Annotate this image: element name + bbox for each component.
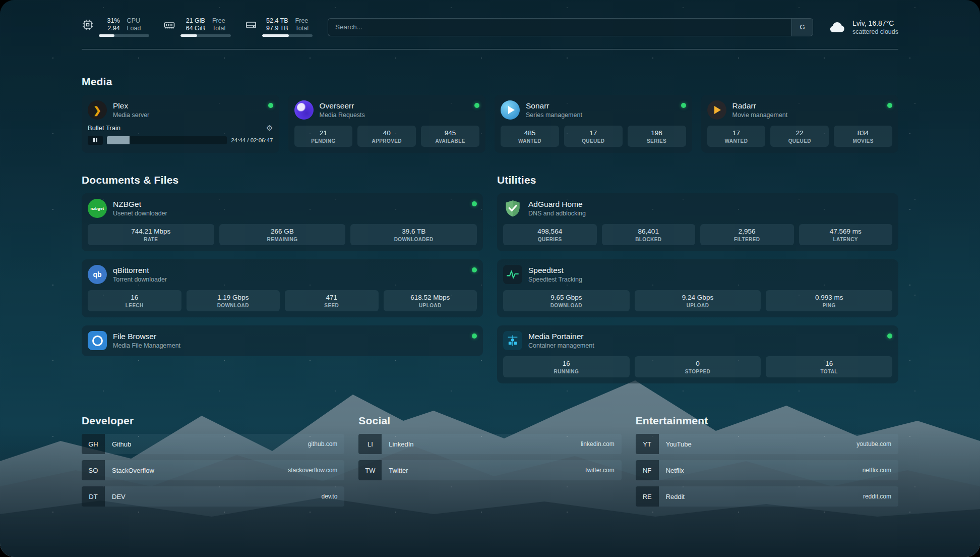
cpu-load-label: Load bbox=[127, 25, 149, 32]
section-documents: Documents & Files nzbget NZBGet Usenet d… bbox=[82, 174, 483, 383]
status-dot bbox=[474, 103, 479, 108]
cpu-widget: 31% CPU 2.94 Load bbox=[82, 17, 149, 37]
service-subtitle: Media server bbox=[113, 112, 149, 119]
bookmark-name: Github bbox=[105, 434, 131, 454]
pause-button[interactable] bbox=[88, 136, 103, 145]
section-title-media: Media bbox=[82, 76, 898, 88]
stat-remaining: 266 GB REMAINING bbox=[219, 224, 346, 245]
disk-total-value: 97.9 TB bbox=[262, 25, 288, 32]
bookmark-reddit[interactable]: RE Reddit reddit.com bbox=[636, 486, 898, 507]
bookmark-domain: github.com bbox=[308, 434, 345, 454]
playback-progress-bar[interactable] bbox=[107, 136, 227, 144]
radarr-icon bbox=[707, 100, 726, 120]
bookmark-group-social: Social LI LinkedIn linkedin.com TW Twitt… bbox=[358, 415, 621, 507]
service-subtitle: Usenet downloader bbox=[113, 210, 167, 217]
status-dot bbox=[472, 333, 477, 339]
service-name: qBittorrent bbox=[113, 266, 167, 275]
disk-icon bbox=[245, 19, 257, 31]
memory-total-value: 64 GiB bbox=[180, 25, 205, 32]
memory-free-label: Free bbox=[212, 17, 231, 24]
search-provider-button[interactable]: G bbox=[791, 19, 813, 36]
service-subtitle: Media Requests bbox=[320, 112, 365, 119]
topbar-divider bbox=[82, 49, 898, 49]
stat-upload: 9.24 Gbps UPLOAD bbox=[635, 290, 761, 311]
stat-movies: 834 MOVIES bbox=[834, 126, 892, 147]
bookmark-name: DEV bbox=[105, 486, 126, 507]
bookmark-github[interactable]: GH Github github.com bbox=[82, 434, 344, 454]
bookmark-group-entertainment: Entertainment YT YouTube youtube.com NF … bbox=[636, 415, 898, 507]
bookmark-netflix[interactable]: NF Netflix netflix.com bbox=[636, 460, 898, 480]
service-name: NZBGet bbox=[113, 200, 167, 209]
resource-widgets: 31% CPU 2.94 Load bbox=[82, 17, 313, 37]
bookmark-domain: stackoverflow.com bbox=[288, 460, 344, 480]
playback-time: 24:44 / 02:06:47 bbox=[231, 137, 273, 143]
service-subtitle: Container management bbox=[528, 342, 594, 349]
bookmark-name: Netflix bbox=[659, 460, 684, 480]
stat-stopped: 0 STOPPED bbox=[635, 356, 761, 377]
sonarr-icon bbox=[501, 100, 520, 120]
cpu-progress-bar bbox=[99, 34, 149, 37]
bookmark-domain: twitter.com bbox=[585, 460, 621, 480]
status-dot bbox=[887, 103, 892, 108]
bookmark-stackoverflow[interactable]: SO StackOverflow stackoverflow.com bbox=[82, 460, 344, 480]
stat-queued: 17 QUEUED bbox=[564, 126, 623, 147]
stat-download: 1.19 Gbps DOWNLOAD bbox=[187, 290, 280, 311]
service-card-adguard[interactable]: AdGuard Home DNS and adblocking 498,564 … bbox=[497, 193, 898, 251]
stat-available: 945 AVAILABLE bbox=[421, 126, 479, 147]
service-card-sonarr[interactable]: Sonarr Series management 485 WANTED 17 Q… bbox=[495, 95, 692, 153]
service-card-portainer[interactable]: Media Portainer Container management 16 … bbox=[497, 325, 898, 383]
bookmark-abbr: TW bbox=[358, 460, 382, 480]
section-title-documents: Documents & Files bbox=[82, 174, 483, 186]
section-title-developer: Developer bbox=[82, 415, 344, 427]
service-name: Radarr bbox=[732, 101, 788, 110]
overseerr-icon bbox=[294, 100, 314, 120]
service-subtitle: Media File Management bbox=[113, 342, 180, 349]
weather-widget: Lviv, 16.87°C scattered clouds bbox=[828, 18, 898, 36]
cpu-usage-label: CPU bbox=[127, 17, 149, 24]
disk-widget: 52.4 TB Free 97.9 TB Total bbox=[245, 17, 313, 37]
service-card-plex[interactable]: Plex Media server Bullet Train ⚙ 24:44 /… bbox=[82, 95, 279, 153]
search-bar: G bbox=[328, 18, 813, 36]
service-name: AdGuard Home bbox=[528, 200, 586, 209]
service-card-radarr[interactable]: Radarr Movie management 17 WANTED 22 QUE… bbox=[701, 95, 899, 153]
bookmark-linkedin[interactable]: LI LinkedIn linkedin.com bbox=[358, 434, 621, 454]
service-name: Overseerr bbox=[320, 101, 365, 110]
service-card-filebrowser[interactable]: File Browser Media File Management bbox=[82, 325, 483, 356]
search-input[interactable] bbox=[328, 19, 791, 36]
stat-ping: 0.993 ms PING bbox=[766, 290, 892, 311]
filebrowser-icon bbox=[88, 331, 107, 350]
disk-progress-bar bbox=[262, 34, 313, 37]
service-card-overseerr[interactable]: Overseerr Media Requests 21 PENDING 40 A… bbox=[288, 95, 486, 153]
disk-free-value: 52.4 TB bbox=[262, 17, 288, 24]
section-title-social: Social bbox=[358, 415, 621, 427]
stat-leech: 16 LEECH bbox=[88, 290, 181, 311]
portainer-icon bbox=[503, 331, 522, 350]
bookmark-dev[interactable]: DT DEV dev.to bbox=[82, 486, 344, 507]
cpu-icon bbox=[82, 19, 94, 31]
service-name: Speedtest bbox=[528, 266, 582, 275]
disk-free-label: Free bbox=[295, 17, 313, 24]
bookmark-domain: netflix.com bbox=[863, 460, 898, 480]
bookmark-name: YouTube bbox=[659, 434, 692, 454]
stat-latency: 47.569 ms LATENCY bbox=[799, 224, 893, 245]
stat-series: 196 SERIES bbox=[628, 126, 686, 147]
service-card-qbittorrent[interactable]: qb qBittorrent Torrent downloader 16 LEE… bbox=[82, 259, 483, 317]
memory-free-value: 21 GiB bbox=[180, 17, 205, 24]
service-name: Plex bbox=[113, 101, 149, 110]
service-subtitle: Speedtest Tracking bbox=[528, 276, 582, 283]
status-dot bbox=[472, 267, 477, 272]
bookmark-twitter[interactable]: TW Twitter twitter.com bbox=[358, 460, 621, 480]
bookmark-abbr: YT bbox=[636, 434, 659, 454]
adguard-icon bbox=[503, 199, 522, 218]
bookmark-abbr: LI bbox=[358, 434, 382, 454]
stat-queries: 498,564 QUERIES bbox=[503, 224, 597, 245]
service-card-speedtest[interactable]: Speedtest Speedtest Tracking 9.65 Gbps D… bbox=[497, 259, 898, 317]
top-bar: 31% CPU 2.94 Load bbox=[82, 0, 898, 37]
memory-total-label: Total bbox=[212, 25, 231, 32]
service-card-nzbget[interactable]: nzbget NZBGet Usenet downloader 744.21 M… bbox=[82, 193, 483, 251]
plex-icon bbox=[88, 100, 107, 120]
memory-icon bbox=[163, 19, 175, 31]
gear-icon[interactable]: ⚙ bbox=[266, 124, 273, 132]
bookmark-youtube[interactable]: YT YouTube youtube.com bbox=[636, 434, 898, 454]
bookmark-name: StackOverflow bbox=[105, 460, 154, 480]
